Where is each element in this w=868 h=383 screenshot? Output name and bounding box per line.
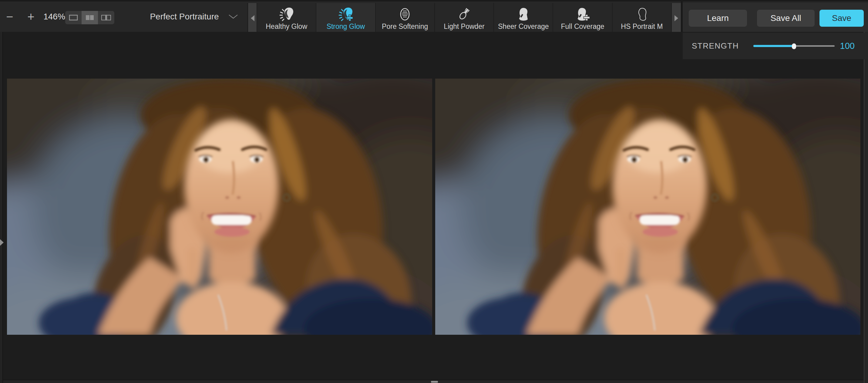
learn-button[interactable]: Learn (689, 10, 747, 27)
strength-slider[interactable] (753, 33, 835, 59)
left-panel-expander-icon[interactable] (0, 239, 4, 246)
hs-portrait-icon (635, 4, 649, 21)
image-canvas (0, 32, 868, 383)
preset-full-coverage[interactable]: Full Coverage (553, 3, 612, 33)
single-view-icon (69, 14, 78, 21)
zoom-out-button[interactable]: − (3, 2, 17, 32)
preset-strong-glow[interactable]: Strong Glow (316, 3, 375, 33)
strong-glow-icon (338, 4, 353, 21)
minus-icon: − (6, 11, 13, 23)
after-image[interactable] (435, 79, 860, 335)
save-all-button[interactable]: Save All (757, 10, 815, 27)
zoom-in-button[interactable]: + (24, 2, 38, 32)
toolbar-actions: Learn Save All Save (683, 3, 868, 33)
left-rail (0, 32, 3, 383)
preset-sheer-coverage[interactable]: Sheer Coverage (494, 3, 553, 33)
preset-group-label: Perfect Portraiture (150, 12, 219, 22)
presets-scroll-left-button[interactable] (247, 3, 257, 33)
preset-pore-softening[interactable]: Pore Softening (376, 3, 435, 33)
before-image[interactable] (7, 79, 432, 335)
split-view-icon (85, 14, 94, 21)
presets-scroll-right-button[interactable] (672, 3, 681, 33)
sheer-coverage-icon (517, 4, 530, 21)
pore-softening-icon (398, 4, 412, 21)
full-coverage-icon (575, 4, 590, 21)
before-portrait-photo (7, 79, 432, 335)
triangle-left-icon (251, 15, 254, 21)
preset-healthy-glow[interactable]: Healthy Glow (256, 3, 316, 33)
single-view-button[interactable] (65, 11, 82, 24)
strength-value: 100 (840, 33, 855, 59)
toolbar: − + 146% Perfect Portra (0, 0, 868, 32)
light-powder-icon (457, 4, 471, 21)
plus-icon: + (27, 11, 34, 23)
triangle-right-icon (675, 15, 678, 21)
preset-strip: Healthy Glow Strong Glow Pore Softening … (256, 3, 672, 33)
preset-hs-portrait-m[interactable]: HS Portrait M (613, 3, 672, 33)
save-button[interactable]: Save (819, 10, 864, 27)
healthy-glow-icon (279, 4, 294, 21)
strength-slider-fill (753, 45, 794, 47)
right-rail (864, 32, 868, 383)
preset-light-powder[interactable]: Light Powder (435, 3, 494, 33)
chevron-down-icon (228, 14, 238, 20)
strength-panel: STRENGTH 100 (683, 33, 868, 59)
split-view-button[interactable] (82, 11, 98, 24)
zoom-level-readout: 146% (41, 2, 68, 32)
horizontal-scrollbar[interactable] (3, 380, 864, 383)
photo-editor-window: − + 146% Perfect Portra (0, 0, 868, 383)
strength-label: STRENGTH (692, 33, 739, 59)
after-portrait-photo (435, 79, 860, 335)
strength-slider-thumb[interactable] (792, 43, 796, 49)
horizontal-scrollbar-thumb[interactable] (431, 381, 438, 383)
side-by-side-view-icon (101, 14, 111, 21)
side-by-side-view-button[interactable] (98, 11, 114, 24)
preset-group-dropdown[interactable]: Perfect Portraiture (143, 2, 246, 32)
view-mode-toggle (65, 11, 114, 24)
